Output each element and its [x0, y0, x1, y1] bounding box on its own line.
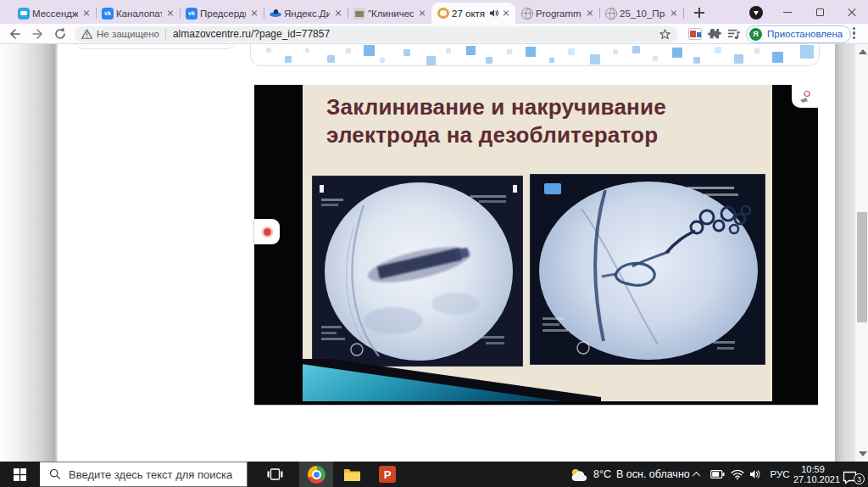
- partial-card: [75, 44, 236, 49]
- tab-close-icon[interactable]: [332, 8, 343, 19]
- search-icon: [49, 468, 61, 480]
- taskbar-search-input[interactable]: [69, 468, 234, 481]
- omnibox-divider: [165, 29, 166, 39]
- scrollbar-thumb[interactable]: [857, 212, 867, 322]
- tab-close-icon[interactable]: [584, 8, 595, 19]
- powerpoint-icon: P: [379, 466, 396, 483]
- tab-close-icon[interactable]: [248, 8, 259, 19]
- maximize-button[interactable]: [804, 1, 836, 24]
- network-indicator[interactable]: [731, 462, 748, 487]
- images-extension-icon[interactable]: [688, 28, 702, 40]
- yandex-disk-icon: [270, 8, 281, 20]
- taskbar-search-box[interactable]: [40, 462, 248, 487]
- browser-menu-icon[interactable]: [853, 27, 856, 41]
- battery-indicator[interactable]: [710, 462, 727, 487]
- presentation-video[interactable]: Заклинивание и накручивание электрода на…: [254, 85, 818, 405]
- globe-icon: [605, 8, 617, 20]
- tab-close-icon[interactable]: [500, 8, 511, 19]
- titlebar-profile-icon[interactable]: [749, 6, 763, 20]
- minimize-icon: [783, 12, 792, 13]
- tab-25-10[interactable]: 25_10_Пра: [599, 3, 683, 24]
- tab-close-icon[interactable]: [164, 8, 175, 19]
- xray-overlay-left: [313, 176, 523, 367]
- clock-date: 27.10.2021: [793, 474, 832, 485]
- tab-kanalopat[interactable]: vk Каналопат: [96, 3, 180, 24]
- language-indicator[interactable]: РУС: [766, 462, 793, 487]
- fluoroscopy-image-right: [530, 174, 765, 365]
- page-scrollbar[interactable]: [854, 44, 868, 462]
- video-bottom-border: [254, 405, 818, 406]
- reload-icon[interactable]: [53, 26, 68, 42]
- new-tab-button[interactable]: [689, 3, 709, 23]
- xray-overlay-right: [531, 175, 765, 365]
- tab-close-icon[interactable]: [81, 8, 92, 19]
- taskbar-weather-widget[interactable]: 8°C В осн. облачно: [570, 462, 693, 487]
- weather-temperature: 8°C: [593, 468, 611, 480]
- taskbar-explorer-button[interactable]: [335, 462, 369, 487]
- ring-icon: [437, 8, 449, 19]
- image-icon: [353, 8, 365, 20]
- tab-kliniches[interactable]: "Клиничес: [348, 3, 431, 24]
- browser-tab-strip: Мессендже vk Каналопат vk Предсердн Янде…: [0, 0, 868, 24]
- profile-sync-paused-button[interactable]: Я Приостановлена: [746, 25, 851, 43]
- tray-expand-button[interactable]: [693, 462, 707, 487]
- scroll-up-arrow-icon[interactable]: [859, 49, 867, 54]
- page-left-shadow: [0, 44, 58, 462]
- minimize-button[interactable]: [771, 1, 804, 24]
- task-view-button[interactable]: [257, 462, 292, 487]
- taskbar-clock[interactable]: 10:59 27.10.2021: [793, 462, 832, 487]
- close-icon: [847, 8, 857, 18]
- tab-messenger[interactable]: Мессендже: [12, 3, 96, 24]
- scroll-down-arrow-icon[interactable]: [859, 451, 867, 456]
- tab-close-icon[interactable]: [668, 8, 679, 19]
- tab-audio-icon[interactable]: [489, 8, 499, 18]
- tab-predserdn[interactable]: vk Предсердн: [180, 3, 264, 24]
- wifi-icon: [731, 469, 744, 479]
- tab-title: Яндекс.Дис: [284, 8, 330, 19]
- screen: Мессендже vk Каналопат vk Предсердн Янде…: [0, 0, 868, 487]
- forward-icon[interactable]: [31, 26, 46, 42]
- taskbar-powerpoint-button[interactable]: P: [370, 462, 404, 487]
- security-label: Не защищено: [97, 29, 159, 39]
- battery-icon: [710, 470, 725, 479]
- tab-title: "Клиничес: [368, 8, 414, 19]
- back-icon[interactable]: [7, 26, 22, 42]
- address-bar[interactable]: Не защищено almazovcentre.ru/?page_id=77…: [75, 26, 678, 42]
- close-window-button[interactable]: [836, 1, 868, 24]
- tab-programm[interactable]: Programm_: [515, 3, 599, 24]
- start-button[interactable]: [0, 462, 40, 487]
- action-center-button[interactable]: 3: [841, 462, 866, 487]
- pointer-tool-button[interactable]: [792, 85, 818, 108]
- annotation-side-tab[interactable]: [254, 219, 280, 244]
- extensions-puzzle-icon[interactable]: [707, 27, 721, 42]
- profile-avatar: Я: [749, 28, 762, 41]
- clock-time: 10:59: [793, 464, 832, 475]
- volume-indicator[interactable]: [749, 462, 765, 487]
- url-text: almazovcentre.ru/?page_id=77857: [173, 28, 330, 40]
- not-secure-warning-icon: [81, 29, 92, 39]
- tab-27-oct-active[interactable]: 27 октя: [431, 3, 515, 24]
- windows-logo-icon: [14, 468, 26, 481]
- media-controls-icon[interactable]: [726, 27, 741, 42]
- tab-title: Каналопат: [116, 8, 162, 19]
- vk-icon: vk: [186, 8, 198, 20]
- taskbar-chrome-button[interactable]: [299, 462, 333, 487]
- task-view-icon: [267, 468, 283, 480]
- tab-title: 25_10_Пра: [620, 8, 665, 19]
- weather-cloud-icon: [570, 467, 588, 482]
- tab-title: Programm_: [536, 8, 581, 19]
- speaker-icon: [749, 469, 761, 479]
- weather-condition: В осн. облачно: [616, 468, 690, 480]
- tab-title: Мессендже: [32, 8, 78, 19]
- browser-toolbar: Не защищено almazovcentre.ru/?page_id=77…: [0, 24, 868, 44]
- globe-icon: [521, 8, 533, 20]
- slide: Заклинивание и накручивание электрода на…: [303, 85, 772, 401]
- chevron-up-icon: [693, 471, 701, 479]
- messenger-icon: [18, 8, 30, 20]
- notification-badge: 3: [854, 473, 865, 484]
- tab-close-icon[interactable]: [416, 8, 427, 19]
- page-right-shadow: [835, 44, 854, 462]
- tab-yandex-disk[interactable]: Яндекс.Дис: [264, 3, 348, 24]
- bookmark-star-icon[interactable]: [659, 28, 671, 41]
- language-label: РУС: [770, 469, 789, 479]
